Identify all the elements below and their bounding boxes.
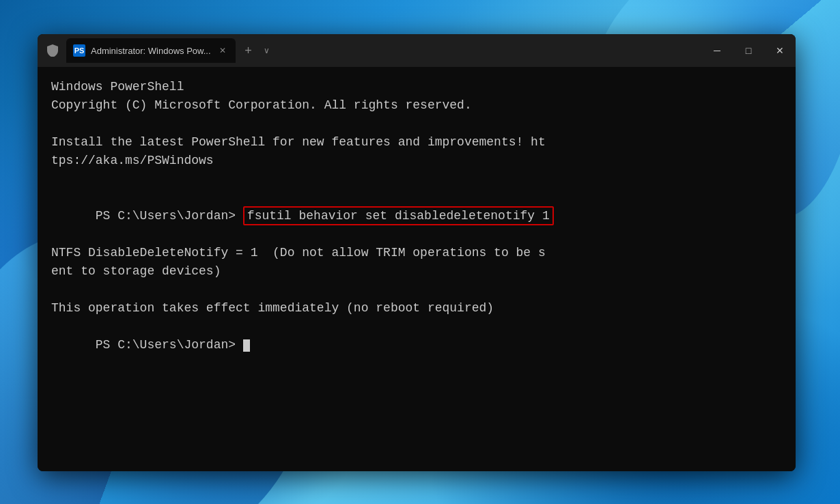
title-bar: PS Administrator: Windows Pow... ✕ + ∨ ─… <box>38 34 796 67</box>
powershell-icon: PS <box>73 44 85 57</box>
prompt-2: PS C:\Users\Jordan> <box>96 338 243 352</box>
prompt-1: PS C:\Users\Jordan> <box>96 209 243 223</box>
output-line-4: Install the latest PowerShell for new fe… <box>51 133 782 152</box>
output-line-7: NTFS DisableDeleteNotify = 1 (Do not all… <box>51 244 782 262</box>
command-line: PS C:\Users\Jordan> fsutil behavior set … <box>51 188 782 244</box>
tab-close-button[interactable]: ✕ <box>216 44 229 57</box>
window-controls: ─ □ ✕ <box>701 34 796 67</box>
close-button[interactable]: ✕ <box>764 34 796 67</box>
minimize-button[interactable]: ─ <box>701 34 733 67</box>
prompt-line-2: PS C:\Users\Jordan> <box>51 318 782 373</box>
tab-dropdown-button[interactable]: ∨ <box>259 42 275 59</box>
output-line-10: This operation takes effect immediately … <box>51 299 782 318</box>
output-line-5: tps://aka.ms/PSWindows <box>51 152 782 170</box>
output-line-6 <box>51 170 782 188</box>
output-line-9 <box>51 281 782 299</box>
highlighted-command: fsutil behavior set disabledeletenotify … <box>243 206 554 225</box>
active-tab[interactable]: PS Administrator: Windows Pow... ✕ <box>66 38 236 63</box>
output-line-8: ent to storage devices) <box>51 262 782 281</box>
cursor <box>243 339 250 352</box>
output-line-1: Windows PowerShell <box>51 78 782 96</box>
terminal-content: Windows PowerShell Copyright (C) Microso… <box>38 67 796 471</box>
new-tab-button[interactable]: + <box>238 40 259 61</box>
terminal-window: PS Administrator: Windows Pow... ✕ + ∨ ─… <box>38 34 796 471</box>
output-line-3 <box>51 115 782 133</box>
tab-label: Administrator: Windows Pow... <box>91 46 211 56</box>
shield-icon <box>44 42 61 59</box>
output-line-2: Copyright (C) Microsoft Corporation. All… <box>51 96 782 115</box>
tab-area: PS Administrator: Windows Pow... ✕ + ∨ <box>44 34 701 67</box>
maximize-button[interactable]: □ <box>733 34 764 67</box>
